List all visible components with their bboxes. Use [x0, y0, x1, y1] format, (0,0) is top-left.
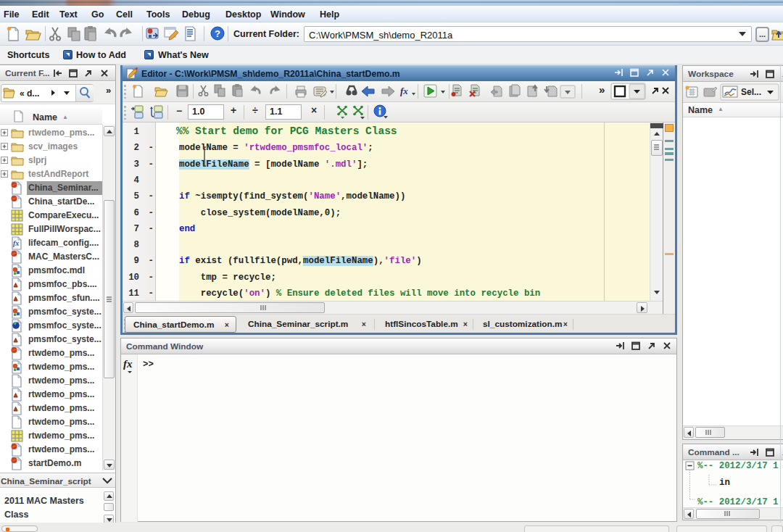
svg-text:fx: fx [13, 239, 19, 247]
svg-text:fx: fx [400, 86, 408, 96]
svg-text:?: ? [215, 28, 220, 39]
svg-text:« d...: « d... [20, 88, 39, 99]
svg-text:»: » [599, 83, 605, 96]
svg-text:Sel...: Sel... [741, 87, 761, 97]
